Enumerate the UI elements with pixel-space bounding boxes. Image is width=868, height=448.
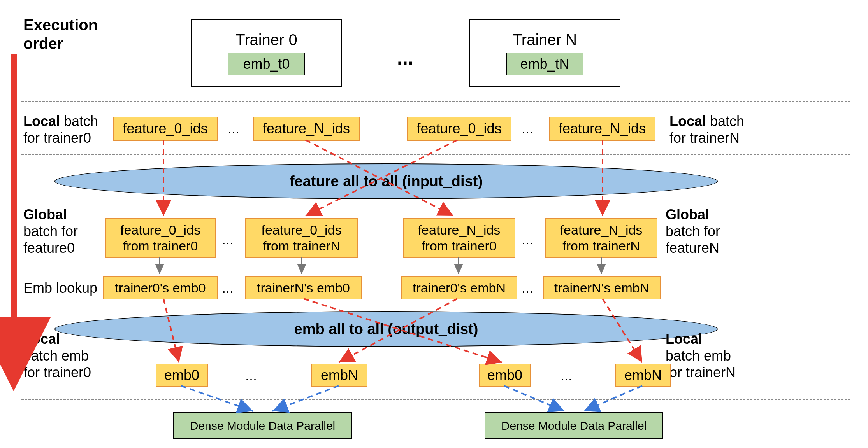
gb-for-1: batch for bbox=[23, 223, 78, 239]
f0-from-tN: feature_0_ids from trainerN bbox=[245, 218, 358, 258]
f0-from-tN-l2: from trainerN bbox=[263, 238, 340, 254]
for-t0-2: for trainer0 bbox=[23, 364, 91, 380]
trainerN-title: Trainer N bbox=[513, 31, 577, 49]
dots-el-2: ... bbox=[522, 280, 533, 296]
dashed-line-3 bbox=[21, 399, 850, 400]
dots-lb-2: ... bbox=[522, 121, 533, 137]
featN-ids-tN: feature_N_ids bbox=[549, 117, 655, 141]
f0-from-t0-l2: from trainer0 bbox=[123, 238, 198, 254]
emb-a2a-ellipse: emb all to all (output_dist) bbox=[54, 311, 718, 347]
t0-embN: trainer0's embN bbox=[401, 276, 517, 299]
dots-le-2: ... bbox=[561, 368, 572, 384]
f0-from-t0-l1: feature_0_ids bbox=[120, 222, 200, 238]
feat-a2a-ellipse: feature all to all (input_dist) bbox=[54, 163, 718, 199]
feat0-ids-t0: feature_0_ids bbox=[113, 117, 218, 141]
trainer-dots: ... bbox=[397, 47, 413, 69]
dashed-line-1 bbox=[21, 101, 850, 102]
local-bold-2: Local bbox=[669, 113, 706, 129]
local-emb-tN-label: Local batch emb for trainerN bbox=[666, 331, 736, 381]
global-batch-fN-label: Global batch for featureN bbox=[666, 206, 720, 257]
emb-tN-box: emb_tN bbox=[506, 52, 583, 75]
gb-fN: featureN bbox=[666, 240, 719, 256]
featN-ids-t0: feature_N_ids bbox=[253, 117, 360, 141]
gb-for-2: batch for bbox=[666, 223, 720, 239]
local-batch-tN-label: Local batch for trainerN bbox=[669, 113, 744, 146]
local-bold-3: Local bbox=[23, 331, 60, 347]
dots-gb-1: ... bbox=[222, 231, 234, 248]
for-tN-2: for trainerN bbox=[666, 364, 736, 380]
t0-emb0: trainer0's emb0 bbox=[103, 276, 218, 299]
fN-from-t0-l1: feature_N_ids bbox=[418, 222, 501, 238]
gb-f0: feature0 bbox=[23, 240, 75, 256]
emb0-left: emb0 bbox=[156, 364, 208, 387]
for-t0: for trainer0 bbox=[23, 130, 91, 146]
fN-from-tN-l1: feature_N_ids bbox=[560, 222, 643, 238]
dashed-line-2 bbox=[21, 154, 850, 155]
emb-t0-box: emb_t0 bbox=[228, 52, 305, 75]
trainerN-box: Trainer N emb_tN bbox=[469, 19, 620, 87]
global-batch-f0-label: Global batch for feature0 bbox=[23, 206, 78, 257]
dense-right: Dense Module Data Parallel bbox=[485, 412, 663, 439]
exec-order-label: Execution order bbox=[23, 16, 98, 53]
tN-embN: trainerN's embN bbox=[543, 276, 661, 299]
dots-gb-2: ... bbox=[522, 231, 533, 248]
be2: batch emb bbox=[666, 348, 731, 364]
dots-el-1: ... bbox=[222, 280, 234, 296]
trainer0-box: Trainer 0 emb_t0 bbox=[191, 19, 342, 87]
tN-emb0: trainerN's emb0 bbox=[245, 276, 362, 299]
global-bold-2: Global bbox=[666, 206, 709, 222]
dense-left: Dense Module Data Parallel bbox=[173, 412, 352, 439]
emb-lookup-label: Emb lookup bbox=[23, 280, 97, 296]
fN-from-tN: feature_N_ids from trainerN bbox=[545, 218, 657, 258]
for-tN: for trainerN bbox=[669, 130, 740, 146]
local-bold-4: Local bbox=[666, 331, 702, 347]
dots-le-1: ... bbox=[245, 368, 257, 384]
f0-from-t0: feature_0_ids from trainer0 bbox=[105, 218, 216, 258]
exec-l2: order bbox=[23, 34, 98, 53]
fN-from-t0: feature_N_ids from trainer0 bbox=[403, 218, 515, 258]
emb0-right: emb0 bbox=[479, 364, 531, 387]
local-bold-1: Local bbox=[23, 113, 60, 129]
embN-left: embN bbox=[311, 364, 367, 387]
dots-lb-1: ... bbox=[228, 121, 239, 137]
f0-from-tN-l1: feature_0_ids bbox=[261, 222, 341, 238]
local-batch-t0-label: Local batch for trainer0 bbox=[23, 113, 98, 146]
trainer0-title: Trainer 0 bbox=[235, 31, 297, 49]
fN-from-tN-l2: from trainerN bbox=[562, 238, 640, 254]
global-bold-1: Global bbox=[23, 206, 67, 222]
embN-right: embN bbox=[615, 364, 671, 387]
be1: batch emb bbox=[23, 348, 89, 364]
feat0-ids-tN: feature_0_ids bbox=[407, 117, 511, 141]
local-emb-t0-label: Local batch emb for trainer0 bbox=[23, 331, 91, 381]
fN-from-t0-l2: from trainer0 bbox=[422, 238, 497, 254]
exec-l1: Execution bbox=[23, 16, 98, 34]
